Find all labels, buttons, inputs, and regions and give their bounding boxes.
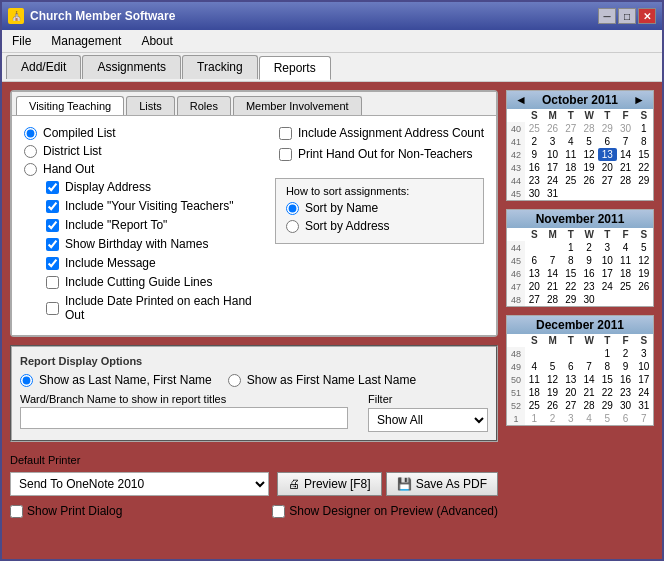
- calendar-day[interactable]: 30: [580, 293, 598, 306]
- calendar-day[interactable]: 6: [562, 360, 580, 373]
- calendar-day[interactable]: 2: [580, 241, 598, 254]
- calendar-day[interactable]: 19: [635, 267, 653, 280]
- show-print-dialog-checkbox[interactable]: [10, 505, 23, 518]
- calendar-day[interactable]: 4: [580, 412, 598, 425]
- calendar-day[interactable]: 23: [580, 280, 598, 293]
- last-first-radio[interactable]: [20, 374, 33, 387]
- calendar-day[interactable]: 30: [617, 122, 635, 135]
- tab-tracking[interactable]: Tracking: [182, 55, 258, 79]
- print-handout-non-teachers-checkbox[interactable]: [279, 148, 292, 161]
- calendar-day[interactable]: 27: [562, 122, 580, 135]
- save-as-pdf-button[interactable]: 💾 Save As PDF: [386, 472, 498, 496]
- calendar-day[interactable]: 12: [635, 254, 653, 267]
- calendar-day[interactable]: 28: [580, 122, 598, 135]
- calendar-day[interactable]: 16: [580, 267, 598, 280]
- prev-month-button[interactable]: ◄: [511, 93, 531, 107]
- calendar-day[interactable]: 3: [635, 347, 653, 360]
- calendar-day[interactable]: 29: [598, 399, 616, 412]
- calendar-day[interactable]: 9: [580, 254, 598, 267]
- calendar-day[interactable]: 1: [562, 241, 580, 254]
- calendar-day[interactable]: 25: [525, 122, 543, 135]
- show-designer-checkbox[interactable]: [272, 505, 285, 518]
- calendar-day[interactable]: 10: [544, 148, 562, 161]
- calendar-day[interactable]: 19: [580, 161, 598, 174]
- calendar-day[interactable]: 5: [580, 135, 598, 148]
- tab-roles[interactable]: Roles: [177, 96, 231, 115]
- calendar-day[interactable]: 18: [562, 161, 580, 174]
- calendar-day[interactable]: 11: [562, 148, 580, 161]
- calendar-day[interactable]: 25: [562, 174, 580, 187]
- calendar-day[interactable]: 1: [598, 347, 616, 360]
- calendar-day[interactable]: 26: [544, 122, 562, 135]
- show-birthday-checkbox[interactable]: [46, 238, 59, 251]
- calendar-day[interactable]: 3: [562, 412, 580, 425]
- calendar-day[interactable]: 22: [598, 386, 616, 399]
- calendar-day[interactable]: 29: [598, 122, 616, 135]
- calendar-day[interactable]: 20: [598, 161, 616, 174]
- maximize-button[interactable]: □: [618, 8, 636, 24]
- include-assignment-address-checkbox[interactable]: [279, 127, 292, 140]
- calendar-day[interactable]: 24: [635, 386, 653, 399]
- calendar-day[interactable]: 13: [562, 373, 580, 386]
- calendar-day[interactable]: 7: [544, 254, 562, 267]
- calendar-day[interactable]: 23: [525, 174, 543, 187]
- calendar-day[interactable]: 8: [562, 254, 580, 267]
- calendar-day[interactable]: 2: [617, 347, 635, 360]
- calendar-day[interactable]: 4: [525, 360, 543, 373]
- calendar-day[interactable]: 14: [544, 267, 562, 280]
- calendar-day[interactable]: 5: [598, 412, 616, 425]
- calendar-day[interactable]: 21: [580, 386, 598, 399]
- calendar-day[interactable]: 27: [598, 174, 616, 187]
- calendar-day[interactable]: 4: [617, 241, 635, 254]
- tab-reports[interactable]: Reports: [259, 56, 331, 80]
- calendar-day[interactable]: 29: [562, 293, 580, 306]
- calendar-day[interactable]: 6: [598, 135, 616, 148]
- calendar-day[interactable]: 28: [580, 399, 598, 412]
- calendar-day[interactable]: 9: [525, 148, 543, 161]
- calendar-day[interactable]: 17: [635, 373, 653, 386]
- calendar-day[interactable]: 15: [562, 267, 580, 280]
- calendar-day[interactable]: 19: [544, 386, 562, 399]
- tab-add-edit[interactable]: Add/Edit: [6, 55, 81, 79]
- calendar-day[interactable]: 7: [635, 412, 653, 425]
- calendar-day[interactable]: 24: [544, 174, 562, 187]
- calendar-day[interactable]: 22: [562, 280, 580, 293]
- calendar-day[interactable]: 5: [544, 360, 562, 373]
- display-address-checkbox[interactable]: [46, 181, 59, 194]
- calendar-day[interactable]: 25: [617, 280, 635, 293]
- calendar-day[interactable]: 6: [525, 254, 543, 267]
- menu-about[interactable]: About: [131, 32, 182, 50]
- calendar-day[interactable]: 3: [598, 241, 616, 254]
- calendar-day[interactable]: 21: [617, 161, 635, 174]
- sort-by-address-radio[interactable]: [286, 220, 299, 233]
- calendar-day[interactable]: 22: [635, 161, 653, 174]
- calendar-day[interactable]: 18: [617, 267, 635, 280]
- calendar-day[interactable]: 20: [525, 280, 543, 293]
- calendar-day[interactable]: 6: [617, 412, 635, 425]
- calendar-day[interactable]: 31: [635, 399, 653, 412]
- calendar-day[interactable]: 29: [635, 174, 653, 187]
- compiled-list-radio[interactable]: [24, 127, 37, 140]
- calendar-day[interactable]: 7: [580, 360, 598, 373]
- calendar-day[interactable]: 30: [617, 399, 635, 412]
- include-message-checkbox[interactable]: [46, 257, 59, 270]
- menu-file[interactable]: File: [2, 32, 41, 50]
- calendar-day[interactable]: 27: [562, 399, 580, 412]
- close-button[interactable]: ✕: [638, 8, 656, 24]
- calendar-day[interactable]: 24: [598, 280, 616, 293]
- calendar-day[interactable]: 12: [580, 148, 598, 161]
- calendar-day[interactable]: 8: [598, 360, 616, 373]
- district-list-radio[interactable]: [24, 145, 37, 158]
- calendar-day[interactable]: 26: [635, 280, 653, 293]
- minimize-button[interactable]: ─: [598, 8, 616, 24]
- calendar-day[interactable]: 30: [525, 187, 543, 200]
- include-date-printed-checkbox[interactable]: [46, 302, 59, 315]
- calendar-day[interactable]: 11: [525, 373, 543, 386]
- calendar-day[interactable]: 16: [617, 373, 635, 386]
- include-report-to-checkbox[interactable]: [46, 219, 59, 232]
- calendar-day[interactable]: 12: [544, 373, 562, 386]
- calendar-day[interactable]: 28: [544, 293, 562, 306]
- calendar-day[interactable]: 10: [598, 254, 616, 267]
- printer-select[interactable]: Send To OneNote 2010 Microsoft XPS Docum…: [10, 472, 269, 496]
- sort-by-name-radio[interactable]: [286, 202, 299, 215]
